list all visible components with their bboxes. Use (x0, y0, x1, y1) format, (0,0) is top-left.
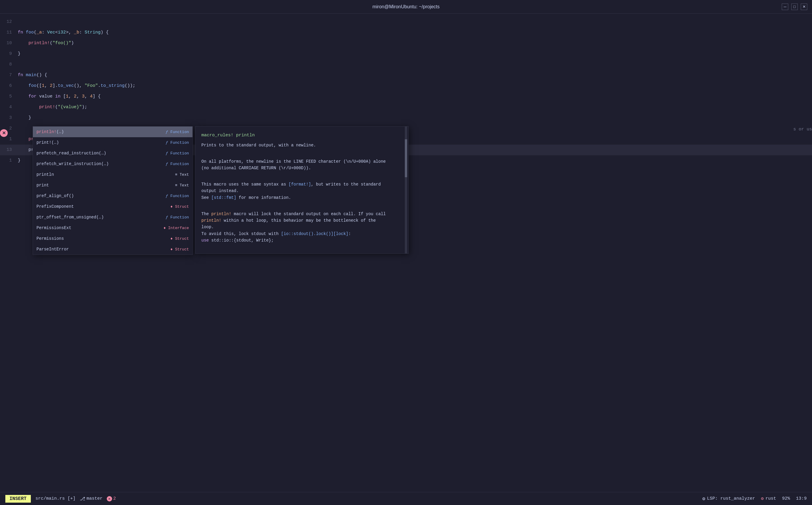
autocomplete-item[interactable]: println!(…) ƒ Function (33, 127, 192, 137)
gear-icon: ⚙ (702, 496, 705, 502)
autocomplete-item[interactable]: prefetch_write_instruction(…) ƒ Function (33, 159, 192, 169)
autocomplete-item[interactable]: print ≡ Text (33, 180, 192, 191)
autocomplete-item[interactable]: prefetch_read_instruction(…) ƒ Function (33, 148, 192, 159)
error-indicator: ✕ (0, 129, 8, 137)
status-bar: INSERT src/main.rs [+] ⎇ master ✕ 2 ⚙ LS… (0, 492, 812, 505)
autocomplete-item[interactable]: println ≡ Text (33, 169, 192, 180)
error-circle-icon: ✕ (107, 496, 112, 501)
doc-paragraph: The println! macro will lock the standar… (201, 204, 402, 243)
autocomplete-item[interactable]: PermissionsExt ♦ Interface (33, 222, 192, 233)
git-branch: ⎇ master (80, 496, 103, 502)
code-area[interactable]: 12 11 fn foo(_a: Vec<i32>, _b: String) {… (0, 14, 812, 492)
rust-icon: ⚙ (761, 496, 764, 501)
autocomplete-item[interactable]: Permissions ♦ Struct (33, 233, 192, 244)
code-line: 9 } (0, 49, 812, 59)
window-title: miron@MironUbuntu: ~/projects (373, 4, 440, 9)
code-line: 5 for value in [1, 2, 3, 4] { (0, 91, 812, 102)
code-line: 6 foo([1, 2].to_vec(), "Foo".to_string()… (0, 80, 812, 91)
scrollbar[interactable] (405, 127, 407, 254)
cursor-position: 13:9 (796, 496, 807, 501)
doc-paragraph: Prints to the standard output, with a ne… (201, 142, 402, 149)
doc-code: let mut lock = stdout().lock();writeln!(… (201, 246, 402, 254)
doc-paragraph: On all platforms, the newline is the LIN… (201, 151, 402, 171)
code-line: 4 print!("{value}"); (0, 102, 812, 113)
window-controls: ─ □ ✕ (782, 4, 807, 10)
minimize-button[interactable]: ─ (782, 4, 788, 10)
code-line: 7 fn main() { (0, 70, 812, 80)
title-bar: miron@MironUbuntu: ~/projects ─ □ ✕ (0, 0, 812, 14)
code-line: 3 } (0, 113, 812, 123)
documentation-popup[interactable]: macro_rules! println Prints to the stand… (195, 126, 409, 254)
autocomplete-item[interactable]: print!(…) ƒ Function (33, 137, 192, 148)
mode-indicator: INSERT (5, 495, 31, 503)
right-overflow-text: s or us (793, 127, 812, 132)
scroll-percent: 92% (782, 496, 790, 501)
code-line: 12 (0, 17, 812, 27)
error-count: ✕ 2 (107, 496, 116, 501)
code-line: 10 println!("foo()") (0, 38, 812, 49)
lsp-status: ⚙ LSP: rust_analyzer (702, 496, 755, 502)
doc-title: macro_rules! println (201, 132, 402, 139)
code-line: 11 fn foo(_a: Vec<i32>, _b: String) { (0, 27, 812, 38)
autocomplete-item[interactable]: PrefixComponent ♦ Struct (33, 201, 192, 212)
close-button[interactable]: ✕ (801, 4, 807, 10)
autocomplete-item[interactable]: pref_align_of() ƒ Function (33, 191, 192, 201)
file-name: src/main.rs [+] (36, 496, 76, 501)
git-icon: ⎇ (80, 496, 85, 502)
scrollbar-thumb[interactable] (405, 139, 407, 177)
autocomplete-item[interactable]: ptr_offset_from_unsigned(…) ƒ Function (33, 212, 192, 222)
status-right: ⚙ LSP: rust_analyzer ⚙ rust 92% 13:9 (702, 496, 807, 502)
autocomplete-item[interactable]: ParseIntError ♦ Struct (33, 244, 192, 255)
editor-container: 12 11 fn foo(_a: Vec<i32>, _b: String) {… (0, 14, 812, 492)
maximize-button[interactable]: □ (791, 4, 798, 10)
code-line: 8 (0, 59, 812, 70)
language-indicator: ⚙ rust (761, 496, 776, 501)
doc-paragraph: This macro uses the same syntax as [form… (201, 175, 402, 201)
autocomplete-popup[interactable]: println!(…) ƒ Function print!(…) ƒ Funct… (33, 126, 193, 255)
